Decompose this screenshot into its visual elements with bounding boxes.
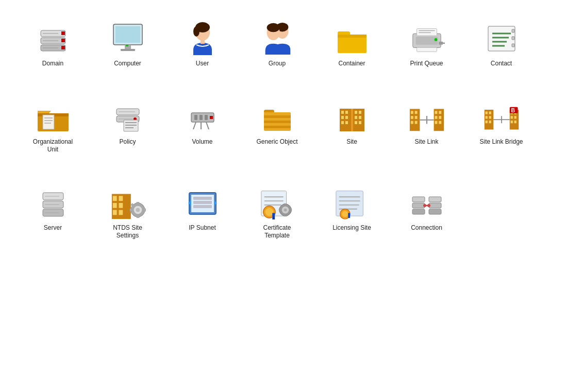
svg-rect-145 (193, 197, 212, 200)
icon-item-server[interactable]: Server (15, 185, 90, 240)
generic-object-label: Generic Object (256, 138, 297, 146)
svg-rect-162 (284, 214, 287, 216)
svg-rect-35 (488, 26, 515, 51)
svg-point-142 (136, 208, 140, 212)
svg-point-17 (193, 26, 199, 37)
ip-subnet-label: IP Subnet (189, 224, 216, 232)
icon-item-generic-object[interactable]: Generic Object (240, 99, 314, 154)
svg-rect-107 (485, 116, 487, 118)
svg-rect-70 (264, 115, 291, 118)
icon-item-policy[interactable]: Policy (90, 99, 165, 154)
svg-rect-82 (359, 111, 361, 114)
svg-rect-173 (412, 197, 425, 202)
ip-subnet-icon (185, 185, 221, 221)
user-icon (185, 21, 221, 57)
svg-rect-161 (284, 203, 287, 206)
icon-item-ip-subnet[interactable]: IP Subnet (165, 185, 240, 240)
icon-item-licensing-site[interactable]: Licensing Site (314, 185, 389, 240)
svg-rect-91 (410, 116, 413, 119)
icon-item-user[interactable]: User (165, 21, 240, 68)
svg-rect-11 (115, 26, 140, 43)
svg-rect-74 (341, 111, 344, 114)
svg-rect-146 (193, 201, 212, 204)
icon-item-ntds-site-settings[interactable]: NTDS SiteSettings (90, 185, 165, 240)
svg-point-22 (267, 23, 279, 32)
svg-rect-41 (512, 29, 514, 32)
svg-rect-133 (112, 210, 116, 215)
icon-row-1: Domain Computer (15, 21, 551, 68)
svg-point-160 (284, 208, 287, 211)
svg-rect-83 (355, 116, 357, 119)
icon-row-2: OrganizationalUnit (15, 99, 551, 154)
svg-point-180 (423, 204, 426, 207)
svg-rect-18 (201, 40, 205, 44)
svg-rect-102 (435, 121, 437, 124)
svg-rect-25 (338, 35, 367, 38)
print-queue-label: Print Queue (410, 60, 443, 68)
icon-grid: Domain Computer (0, 0, 566, 292)
svg-rect-139 (129, 208, 132, 211)
svg-rect-31 (415, 37, 438, 45)
svg-rect-75 (345, 111, 348, 114)
svg-rect-77 (345, 116, 348, 119)
icon-item-computer[interactable]: Computer (90, 21, 165, 68)
icon-item-site-link[interactable]: Site Link (389, 99, 464, 154)
volume-icon (185, 99, 221, 135)
connection-icon (409, 185, 445, 221)
svg-rect-47 (43, 115, 54, 129)
svg-rect-118 (510, 121, 512, 123)
icon-item-domain[interactable]: Domain (15, 21, 90, 68)
icon-item-site-link-bridge[interactable]: B Site Link Bridge (464, 99, 539, 154)
svg-rect-129 (112, 196, 116, 201)
svg-rect-76 (341, 116, 344, 119)
svg-rect-131 (112, 203, 116, 208)
svg-rect-78 (341, 121, 344, 124)
svg-rect-67 (210, 116, 213, 119)
volume-label: Volume (192, 138, 212, 146)
svg-point-155 (265, 208, 273, 216)
icon-item-contact[interactable]: Contact (464, 21, 539, 68)
svg-rect-172 (348, 213, 350, 218)
svg-rect-93 (410, 121, 413, 124)
icon-item-volume[interactable]: Volume (165, 99, 240, 154)
site-link-bridge-icon: B (484, 99, 520, 135)
icon-item-certificate-template[interactable]: CertificateTemplate (240, 185, 314, 240)
svg-point-32 (434, 38, 437, 41)
site-link-bridge-label: Site Link Bridge (479, 138, 523, 146)
icon-item-site[interactable]: Site (314, 99, 389, 154)
svg-rect-105 (485, 111, 487, 114)
svg-rect-62 (199, 115, 203, 120)
domain-label: Domain (42, 60, 63, 68)
icon-item-container[interactable]: Container (314, 21, 389, 68)
svg-rect-140 (143, 208, 146, 211)
svg-rect-100 (435, 116, 437, 119)
svg-point-171 (342, 211, 348, 217)
icon-item-group[interactable]: Group (240, 21, 314, 68)
svg-rect-163 (278, 208, 280, 211)
svg-rect-61 (194, 115, 197, 120)
site-link-icon (409, 99, 445, 135)
svg-rect-109 (485, 121, 487, 123)
server-label: Server (44, 224, 62, 232)
svg-point-181 (427, 204, 430, 207)
svg-rect-85 (355, 121, 357, 124)
licensing-site-icon (334, 185, 370, 221)
svg-rect-71 (264, 121, 291, 123)
icon-row-3: Server (15, 185, 551, 240)
ntds-site-settings-icon (110, 185, 146, 221)
icon-item-print-queue[interactable]: Print Queue (389, 21, 464, 68)
group-icon (259, 21, 295, 57)
icon-item-connection[interactable]: Connection (389, 185, 464, 240)
svg-rect-5 (61, 46, 65, 49)
site-link-label: Site Link (414, 138, 438, 146)
svg-rect-99 (439, 111, 441, 114)
svg-rect-174 (412, 203, 425, 208)
user-label: User (196, 60, 209, 68)
svg-rect-106 (489, 111, 491, 114)
svg-rect-176 (429, 197, 441, 202)
svg-rect-101 (439, 116, 441, 119)
icon-item-org-unit[interactable]: OrganizationalUnit (15, 99, 90, 154)
svg-rect-79 (345, 121, 348, 124)
svg-rect-13 (121, 49, 135, 51)
svg-rect-86 (359, 121, 361, 124)
